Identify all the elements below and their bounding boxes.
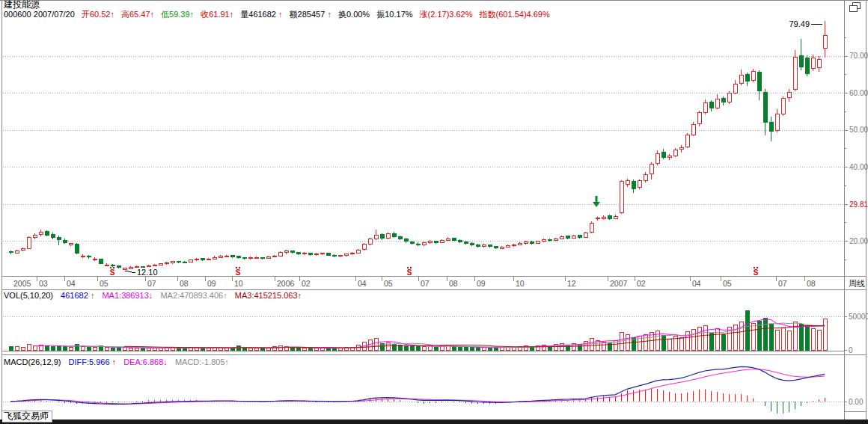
vol-ma3-value: MA3:415215.063↑ (235, 291, 302, 300)
svg-text:0: 0 (849, 346, 853, 354)
svg-text:08: 08 (180, 279, 189, 288)
quote-change: 涨(2.17)3.62% (420, 10, 473, 19)
svg-text:20.00: 20.00 (849, 237, 868, 245)
restore-icon-front-pane (849, 5, 858, 12)
quote-low: 低59.39↑ (161, 10, 194, 19)
vol-value: 461682 (61, 291, 88, 300)
annotations: 12.1079.49 (125, 19, 822, 277)
quote-close: 收61.91↑ (201, 10, 233, 19)
quote-open: 开60.52↑ (82, 10, 114, 19)
svg-text:500000: 500000 (849, 313, 868, 321)
svg-text:29.81: 29.81 (849, 200, 868, 209)
candlestick-series (9, 21, 827, 270)
macd-diff-value: DIFF:5.966 (68, 357, 109, 366)
quote-index: 指数(601.54)4.69% (480, 10, 550, 19)
svg-text:03: 03 (39, 279, 48, 288)
svg-text:周线: 周线 (849, 279, 865, 288)
app-window: 建投能源 000600 2007/07/20 开60.52↑ 高65.47↑ 低… (0, 0, 868, 424)
svg-text:10: 10 (516, 279, 525, 288)
svg-text:12: 12 (567, 279, 576, 288)
svg-text:07: 07 (778, 279, 787, 288)
svg-text:10: 10 (234, 279, 243, 288)
svg-text:05: 05 (723, 279, 732, 288)
svg-text:70.00: 70.00 (849, 52, 868, 60)
svg-text:08: 08 (807, 279, 816, 288)
svg-text:07: 07 (421, 279, 430, 288)
price-axis: 70.0060.0050.0040.0029.8120.0050000000.0… (844, 37, 868, 405)
svg-text:09: 09 (207, 279, 216, 288)
svg-text:60.00: 60.00 (849, 89, 868, 97)
svg-text:02: 02 (637, 279, 646, 288)
svg-text:50.00: 50.00 (849, 126, 868, 134)
volume-bars (1, 311, 844, 351)
macd-value: MACD:-1.805↑ (175, 357, 229, 366)
vol-indicator-title: VOL(5,10,20) (4, 291, 53, 300)
svg-text:04: 04 (692, 279, 701, 288)
window-restore-icon[interactable] (849, 2, 864, 13)
quote-amplitude: 振10.17% (376, 10, 412, 19)
svg-text:05: 05 (384, 279, 393, 288)
vol-panel-header: VOL(5,10,20) 461682 ↑ MA1:386913↓ MA2:47… (4, 291, 307, 300)
quote-volume-arrow: ↑ (278, 10, 283, 19)
svg-text:S: S (110, 268, 115, 277)
vol-value-arrow: ↑ (91, 291, 95, 300)
svg-text:04: 04 (358, 279, 367, 288)
quote-amount: 额285457 (290, 10, 326, 19)
svg-text:2007: 2007 (610, 279, 628, 288)
svg-text:S: S (236, 268, 241, 277)
stock-header: 建投能源 000600 2007/07/20 开60.52↑ 高65.47↑ 低… (4, 0, 554, 19)
macd-series (10, 366, 825, 414)
svg-text:04: 04 (67, 279, 76, 288)
stock-code-date: 000600 2007/07/20 (4, 10, 75, 19)
macd-indicator-title: MACD(26,12,9) (4, 357, 61, 366)
quote-info-line: 000600 2007/07/20 开60.52↑ 高65.47↑ 低59.39… (4, 10, 554, 19)
svg-text:0.00: 0.00 (849, 398, 864, 406)
svg-text:07: 07 (147, 279, 156, 288)
macd-panel-header: MACD(26,12,9) DIFF:5.966 ↑ DEA:6.868↓ MA… (4, 357, 234, 366)
svg-text:08: 08 (449, 279, 458, 288)
svg-text:2005: 2005 (13, 279, 31, 288)
svg-text:12.10: 12.10 (137, 268, 158, 277)
quote-amount-arrow: ↑ (327, 10, 331, 19)
quote-high: 高65.47↑ (121, 10, 154, 19)
stock-name: 建投能源 (4, 0, 554, 10)
macd-dea-value: DEA:6.868↓ (123, 357, 168, 366)
quote-volume: 量461682 (240, 10, 276, 19)
vol-ma1-value: MA1:386913↓ (102, 291, 153, 300)
svg-text:S: S (754, 268, 759, 277)
svg-text:2006: 2006 (277, 279, 295, 288)
svg-text:02: 02 (302, 279, 311, 288)
svg-text:S: S (407, 268, 412, 277)
macd-diff-arrow: ↑ (112, 357, 117, 366)
status-bar-app-name: 飞狐交易师 (2, 411, 52, 423)
svg-text:09: 09 (477, 279, 486, 288)
quote-turnover: 换0.00% (338, 10, 370, 19)
svg-text:40.00: 40.00 (849, 163, 868, 171)
vol-ma2-value: MA2:470893.406↑ (160, 291, 227, 300)
svg-text:05: 05 (100, 279, 109, 288)
svg-text:79.49: 79.49 (789, 19, 810, 28)
